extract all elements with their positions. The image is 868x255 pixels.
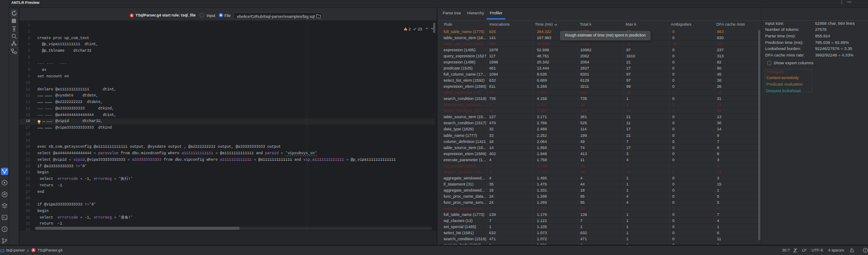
svg-text:A: A — [3, 192, 6, 196]
